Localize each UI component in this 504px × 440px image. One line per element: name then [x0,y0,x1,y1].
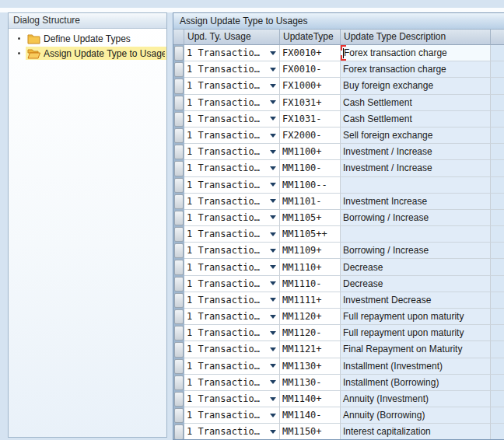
dropdown-arrow-icon[interactable] [270,183,276,187]
usage-dropdown-cell[interactable]: 1 Transactio… [184,341,280,358]
update-type-cell[interactable]: MM1110- [280,276,341,292]
update-type-cell[interactable]: MM1130- [280,375,341,391]
row-selector-button[interactable] [174,128,184,143]
usage-dropdown-cell[interactable]: 1 Transactio… [184,144,280,160]
dropdown-arrow-icon[interactable] [270,347,276,351]
select-all-header[interactable] [173,30,184,45]
description-cell[interactable]: Decrease [341,259,491,275]
update-type-cell[interactable]: MM1110+ [280,259,341,275]
dropdown-arrow-icon[interactable] [270,397,276,401]
usage-dropdown-cell[interactable]: 1 Transactio… [184,95,280,111]
description-cell[interactable]: Full repayment upon maturity [341,325,491,341]
dropdown-arrow-icon[interactable] [270,166,276,170]
column-header-update-type[interactable]: UpdateType [280,30,341,45]
row-selector-button[interactable] [174,277,184,292]
usage-dropdown-cell[interactable]: 1 Transactio… [184,375,280,391]
usage-dropdown-cell[interactable]: 1 Transactio… [184,292,280,309]
update-type-cell[interactable]: MM1111+ [280,292,341,309]
row-selector-button[interactable] [174,408,184,423]
description-cell[interactable]: Borrowing / Increase [341,210,491,226]
row-selector-button[interactable] [174,46,184,61]
row-selector-button[interactable] [174,375,184,390]
dropdown-arrow-icon[interactable] [270,249,276,253]
usage-dropdown-cell[interactable]: 1 Transactio… [184,111,280,127]
row-selector-button[interactable] [174,112,184,127]
usage-dropdown-cell[interactable]: 1 Transactio… [184,177,280,194]
row-selector-button[interactable] [174,424,184,439]
description-cell[interactable]: Installment (Investment) [341,358,491,375]
usage-dropdown-cell[interactable]: 1 Transactio… [184,407,280,424]
row-selector-button[interactable] [174,260,184,274]
usage-dropdown-cell[interactable]: 1 Transactio… [184,160,280,176]
dropdown-arrow-icon[interactable] [270,100,276,104]
update-type-cell[interactable]: MM1140+ [280,391,341,407]
dropdown-arrow-icon[interactable] [270,68,276,72]
row-selector-button[interactable] [174,392,184,407]
description-cell[interactable]: Full repayment upon maturity [341,309,491,325]
update-type-cell[interactable]: MM1140- [280,407,341,424]
row-selector-button[interactable] [174,96,184,110]
row-selector-button[interactable] [174,359,184,374]
description-cell[interactable]: Forex transaction charge [341,61,491,78]
dropdown-arrow-icon[interactable] [270,199,276,203]
usage-dropdown-cell[interactable]: 1 Transactio… [184,309,280,325]
usage-dropdown-cell[interactable]: 1 Transactio… [184,358,280,375]
update-type-cell[interactable]: MM1105++ [280,226,341,243]
dropdown-arrow-icon[interactable] [270,331,276,335]
description-cell[interactable]: Investment Decrease [341,292,491,309]
description-cell[interactable] [341,177,491,194]
row-selector-button[interactable] [174,161,184,176]
usage-dropdown-cell[interactable]: 1 Transactio… [184,243,280,259]
dropdown-arrow-icon[interactable] [270,134,276,138]
row-selector-button[interactable] [174,178,184,193]
row-selector-button[interactable] [174,62,184,77]
description-cell[interactable] [341,226,491,243]
update-type-cell[interactable]: MM1100-- [280,177,341,194]
row-selector-button[interactable] [174,194,184,209]
usage-dropdown-cell[interactable]: 1 Transactio… [184,226,280,243]
tree-item-define-update-types[interactable]: Define Update Types [9,31,166,46]
dropdown-arrow-icon[interactable] [270,84,276,88]
usage-dropdown-cell[interactable]: 1 Transactio… [184,325,280,341]
description-cell[interactable]: Cash Settlement [341,111,491,127]
description-cell[interactable]: Decrease [341,276,491,292]
dropdown-arrow-icon[interactable] [270,265,276,269]
dropdown-arrow-icon[interactable] [270,117,276,120]
usage-dropdown-cell[interactable]: 1 Transactio… [184,61,280,78]
description-cell[interactable]: Interest capitalization [341,424,491,440]
update-type-cell[interactable]: MM1105+ [280,210,341,226]
description-cell[interactable]: Annuity (Investment) [341,391,491,407]
dropdown-arrow-icon[interactable] [270,150,276,154]
row-selector-button[interactable] [174,243,184,258]
row-selector-button[interactable] [174,326,184,340]
update-type-cell[interactable]: MM1120- [280,325,341,341]
update-type-cell[interactable]: MM1121+ [280,341,341,358]
dropdown-arrow-icon[interactable] [270,298,276,302]
update-type-cell[interactable]: MM1100+ [280,144,341,160]
usage-dropdown-cell[interactable]: 1 Transactio… [184,45,280,61]
usage-dropdown-cell[interactable]: 1 Transactio… [184,194,280,210]
update-type-cell[interactable]: MM1130+ [280,358,341,375]
description-cell[interactable]: Annuity (Borrowing) [341,407,491,424]
usage-dropdown-cell[interactable]: 1 Transactio… [184,259,280,275]
update-type-cell[interactable]: MM1101- [280,194,341,210]
update-type-cell[interactable]: FX1031+ [280,95,341,111]
usage-dropdown-cell[interactable]: 1 Transactio… [184,276,280,292]
usage-dropdown-cell[interactable]: 1 Transactio… [184,210,280,226]
column-header-usage[interactable]: Upd. Ty. Usage [184,30,280,45]
update-type-cell[interactable]: FX1031- [280,111,341,127]
update-type-cell[interactable]: FX0010- [280,61,341,78]
description-cell[interactable]: Investment / Increase [341,144,491,160]
dropdown-arrow-icon[interactable] [270,430,276,434]
update-type-cell[interactable]: MM1109+ [280,243,341,259]
description-cell[interactable]: Buy foreign exchange [341,78,491,94]
dropdown-arrow-icon[interactable] [270,364,276,368]
row-selector-button[interactable] [174,145,184,159]
column-header-description[interactable]: Update Type Description [341,30,491,45]
row-selector-button[interactable] [174,342,184,357]
row-selector-button[interactable] [174,79,184,93]
dropdown-arrow-icon[interactable] [270,414,276,417]
row-selector-button[interactable] [174,309,184,324]
description-cell[interactable]: Cash Settlement [341,95,491,111]
dropdown-arrow-icon[interactable] [270,215,276,219]
